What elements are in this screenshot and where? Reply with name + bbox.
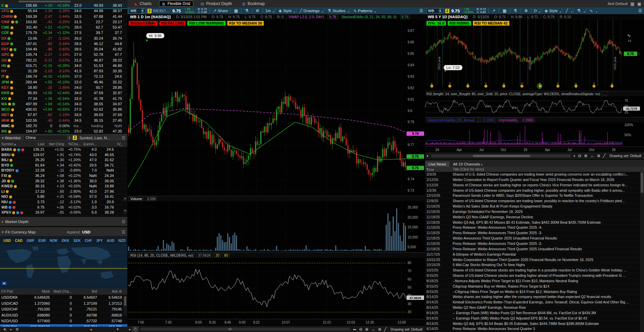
news-row[interactable]: 12/10/25Paramount Sends Letter to WBD, S…: [425, 193, 644, 198]
volume-section-header[interactable]: Volume 3,099: [127, 196, 425, 201]
watchlist-row[interactable]: C105.69+.19+0.18%22.049.9338.93: [0, 3, 127, 8]
main-candle-chart[interactable]: 9.879.869.859.849.839.829.819.89.799.789…: [127, 20, 425, 196]
menu-icon[interactable]: ☰: [122, 136, 125, 140]
gear-icon[interactable]: ⚙: [256, 8, 259, 13]
china-row[interactable]: NIU3.73-.12-3.12%1.020.9: [0, 199, 127, 205]
news-row[interactable]: 11/18/25Earnings Scheduled For November …: [425, 209, 644, 215]
currency-tab-dkk[interactable]: DKK: [62, 238, 69, 243]
watchlist-row[interactable]: GS782.21-5.31-0.67%21.046.8728.22: [0, 58, 127, 63]
currency-tab-nzd[interactable]: NZD: [119, 238, 126, 243]
news-row[interactable]: 8/14/25Press Release: Weibo Announces Se…: [425, 326, 644, 332]
drawing-set-label[interactable]: Drawing set: Default: [390, 327, 422, 331]
currency-tab-eur[interactable]: EUR: [38, 238, 46, 243]
china-row[interactable]: WB9.75+.05+0.52%3.016.76: [0, 205, 127, 210]
news-row[interactable]: 11/18/25Weibo's Q3 Non-GAAP Earnings, Re…: [425, 215, 644, 220]
china-row[interactable]: BILI25.20+.30+1.20%47.031.62: [0, 157, 127, 163]
column-header[interactable]: Last: [38, 142, 44, 146]
watchlist-row[interactable]: DX13.06-.27-2.03%26.030.2426.74: [0, 36, 127, 41]
watchlist-row[interactable]: KKR85.93+2.05+2.44%34.047.5932.97: [0, 90, 127, 96]
sort-down-icon[interactable]: ▼: [116, 328, 119, 331]
calendar-icon[interactable]: ▦: [503, 8, 506, 13]
china-row[interactable]: NIO5.86+.31+5.59%57.016.41: [0, 194, 127, 199]
calendar-icon[interactable]: ▦: [234, 8, 238, 13]
menu-icon[interactable]: ☰: [122, 230, 125, 234]
news-row[interactable]: 1/2/26Shares of US-listed Chinese compan…: [425, 188, 644, 193]
rsi-section-header[interactable]: RSI (14, 80, 20, CLOSE, WILDERS, no) 37.…: [127, 252, 425, 258]
news-row[interactable]: 11/18/25Press Release: Weibo Announces T…: [425, 241, 644, 247]
column-header[interactable]: Net Chng: [49, 142, 64, 146]
news-row[interactable]: 8/14/25Weibo shares are trading higher a…: [425, 294, 644, 300]
link-badge[interactable]: 2: [148, 9, 152, 13]
news-row[interactable]: 1/12/26Shares of Chinese stocks are trad…: [425, 183, 644, 188]
currency-tab-sek[interactable]: SEK: [73, 238, 81, 243]
draw-icon[interactable]: ╱: [603, 153, 605, 158]
china-row[interactable]: BYD81.64+.34+0.42%29.534.71: [0, 163, 127, 168]
tab-flexible-grid[interactable]: ▦Flexible Grid: [159, 1, 193, 7]
list-icon[interactable]: ☰: [419, 8, 423, 13]
column-header[interactable]: IV_: [117, 142, 123, 146]
link-badge[interactable]: 2: [73, 136, 77, 140]
tab-bookmap[interactable]: ▥Bookmap: [239, 1, 267, 6]
watchlist-row[interactable]: JPM283.44+.55+0.19%22.045.4632.22: [0, 80, 127, 85]
tab-all-channels[interactable]: All 10 Channels ▾: [450, 161, 486, 167]
china-row[interactable]: BYDDY12.28-.11-0.89%7.0NaN: [0, 168, 127, 173]
news-row[interactable]: 10/2/25Shares of US-listed Chinese stock…: [425, 268, 644, 273]
currency-tab-aud[interactable]: AUD: [107, 238, 115, 243]
hv-study-label[interactable]: HistoricalVolatility (30, Annual...): [426, 118, 480, 122]
watchlist-row[interactable]: HII415.71+1.15+0.28%34.051.5346.89: [0, 63, 127, 69]
zoom-in-icon[interactable]: ⊕: [584, 153, 587, 158]
expand-icon[interactable]: ↔: [590, 153, 594, 158]
flask-icon[interactable]: ⚗: [245, 8, 249, 13]
china-row[interactable]: BABA135.21+1.01+0.75%4.024.5: [0, 147, 127, 152]
fx-column-header[interactable]: FX Pair: [1, 289, 13, 293]
menu-icon[interactable]: ☰: [122, 219, 125, 224]
tab-live-news[interactable]: Live News: [425, 161, 450, 167]
more-icon[interactable]: ...: [602, 91, 608, 96]
china-row[interactable]: JD28.32+.38+1.36%39.039.05: [0, 179, 127, 184]
news-row[interactable]: 9/15/25Shares of US-listed Chinese stock…: [425, 273, 644, 279]
news-row[interactable]: 3/3/26Shares of U.S.-listed Chinese comp…: [425, 172, 644, 177]
timeframe-button[interactable]: D: [534, 9, 537, 13]
market-depth-section[interactable]: ▸ Market Depth ☰: [0, 217, 127, 226]
five-year-chart[interactable]: 2023 year2024 year2025 year9.75∿14: [425, 20, 644, 91]
watchlist-row[interactable]: GPC105.74-1.27-1.19%27.052.7847.7: [0, 52, 127, 58]
watchlist-column-headers[interactable]: Symbol ▴LastNet Chng%Cha...Earnin...IV_: [0, 141, 127, 147]
news-row[interactable]: 11/18/25Weibo Announces Third Quarter 20…: [425, 236, 644, 241]
scroll-down-arrow[interactable]: ▼: [123, 209, 127, 214]
news-row[interactable]: 10/31/25Weibo Corporation to Report Thir…: [425, 257, 644, 263]
watchlist-row[interactable]: MMC182.7000.00%loa...loadingNaN: [0, 123, 127, 129]
watchlist-row[interactable]: MET67.97-.82-1.19%33.539.0337.69: [0, 112, 127, 118]
gear-icon[interactable]: ⚙: [15, 327, 19, 332]
vwap-study-label[interactable]: VWAP (-2.0, 2.0, DAY): [286, 15, 326, 19]
rsi-study-label[interactable]: RSI (14, 80, 20, CLOSE, WILDERS, no): [129, 253, 195, 258]
news-row[interactable]: 11/18/25Weibo's Ad Sales Slide But AI Pu…: [425, 204, 644, 209]
watchlist-row[interactable]: KO77.34+.26+0.34%32.041.7841.75: [0, 96, 127, 102]
grid-layout-icon[interactable]: ▦: [630, 1, 634, 6]
currency-tab-chf[interactable]: CHF: [85, 238, 92, 243]
news-row[interactable]: 8/14/25Kimball Electronics Posts Better-…: [425, 300, 644, 305]
fx-world-map[interactable]: [0, 244, 127, 289]
news-row[interactable]: 8/14/25-- Earnings Flash (WB) Weibo Post…: [425, 310, 644, 316]
studies-button[interactable]: Studies: [332, 9, 345, 13]
fx-scrollbar[interactable]: [123, 295, 127, 316]
tab-product-depth[interactable]: ▤Product Depth: [198, 1, 235, 6]
against-currency[interactable]: USD: [82, 230, 90, 234]
news-row[interactable]: 8/15/25--Citigroup Hikes Price Target on…: [425, 289, 644, 295]
watchlist-row[interactable]: CME311.40+.21+0.07%28.062.753.47: [0, 25, 127, 30]
symbol-input[interactable]: WB▾: [426, 8, 443, 14]
currency-tab-gbp[interactable]: GBP: [27, 238, 34, 243]
zoom-in-icon[interactable]: ⊕: [365, 327, 368, 332]
patterns-icon[interactable]: ∿: [589, 8, 593, 13]
watchlist-row[interactable]: FRT104.49-.86-0.82%39.535.0441.82: [0, 47, 127, 52]
news-scrollbar[interactable]: [640, 172, 644, 332]
fx-column-header[interactable]: Mark: [42, 289, 50, 293]
fx-column-header[interactable]: Bid: [92, 289, 97, 293]
fx-row[interactable]: USD/DKK6.54562506.545076.54618: [0, 295, 127, 301]
china-row[interactable]: BIDU124.07+.91+0.74%43.046.55: [0, 152, 127, 158]
right-rsi-chart[interactable]: 75502541.7279: [425, 96, 644, 117]
china-row[interactable]: KWEB30.16+.10+0.33%NaN19.88: [0, 184, 127, 189]
fx-row[interactable]: NZD/USD.5774000.57732.57748: [0, 318, 127, 324]
watchlist-row[interactable]: MA497.99+.68+0.14%34.038.5534.97: [0, 102, 127, 107]
right-chart-scrollbar[interactable]: [431, 154, 571, 157]
volume-chart[interactable]: 25,00020,00015,00010,0005,000: [127, 201, 425, 252]
